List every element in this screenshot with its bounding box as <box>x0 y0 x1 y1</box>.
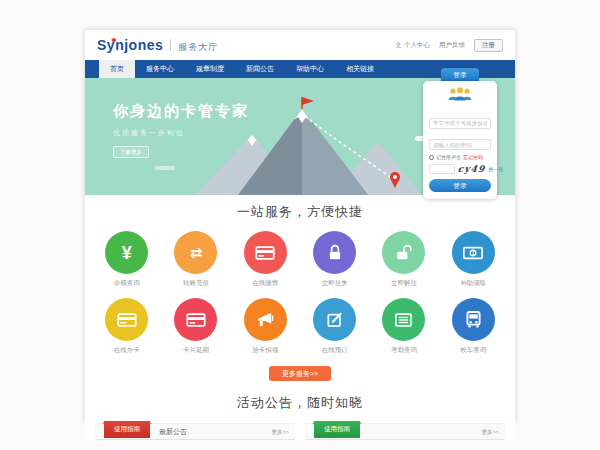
nav-item-5[interactable]: 相关链接 <box>335 60 385 78</box>
announcements-title: 活动公告，随时知晓 <box>85 394 515 412</box>
nav-item-1[interactable]: 服务中心 <box>135 60 185 78</box>
login-tab[interactable]: 登录 <box>441 68 479 81</box>
remember-checkbox[interactable] <box>429 155 434 160</box>
captcha-image: cy49 <box>457 164 486 174</box>
browser-page: Synjones 服务大厅 个人中心 用户反馈 注册 首页服务中心规章制度新闻公… <box>85 30 515 422</box>
services-section: 一站服务，方便快捷 ¥余额查询⇄转账充值在线缴费立即挂失立即解挂1补助领取在线办… <box>85 195 515 381</box>
nav-item-2[interactable]: 规章制度 <box>185 60 235 78</box>
megaphone-icon <box>244 298 287 341</box>
service-item-11[interactable]: 校车查询 <box>439 298 508 355</box>
site-subtitle: 服务大厅 <box>178 41 218 54</box>
site-logo[interactable]: Synjones 服务大厅 <box>97 37 218 54</box>
nav-item-0[interactable]: 首页 <box>99 60 135 78</box>
personal-center-link[interactable]: 个人中心 <box>395 41 430 50</box>
service-item-9[interactable]: 在线预订 <box>300 298 369 355</box>
services-title: 一站服务，方便快捷 <box>85 203 515 221</box>
service-label: 余额查询 <box>92 279 161 288</box>
login-options-row: 记住用户名 忘记密码 <box>429 154 491 160</box>
desktop-background: Synjones 服务大厅 个人中心 用户反馈 注册 首页服务中心规章制度新闻公… <box>0 0 600 450</box>
service-label: 考勤查询 <box>369 346 438 355</box>
announcement-panel-left: 使用指南 最新公告 更多>> <box>95 423 295 440</box>
login-form: 记住用户名 忘记密码 cy49 换一张 登录 <box>423 81 497 199</box>
service-label: 卡片延期 <box>161 346 230 355</box>
nav-item-3[interactable]: 新闻公告 <box>235 60 285 78</box>
header-account-links: 个人中心 用户反馈 注册 <box>395 39 503 52</box>
service-label: 立即解挂 <box>369 279 438 288</box>
announcement-panels: 使用指南 最新公告 更多>> 使用指南 更多>> <box>85 423 515 440</box>
list-icon <box>382 298 425 341</box>
lock-icon <box>313 231 356 274</box>
logo-text: Synjones <box>97 37 163 53</box>
card-icon <box>244 231 287 274</box>
person-icon <box>395 42 402 49</box>
service-item-10[interactable]: 考勤查询 <box>369 298 438 355</box>
service-item-1[interactable]: ⇄转账充值 <box>161 231 230 288</box>
service-label: 在线办卡 <box>92 346 161 355</box>
hero-cta-button[interactable]: 了解更多 <box>113 146 149 158</box>
bus-icon <box>452 298 495 341</box>
service-item-2[interactable]: 在线缴费 <box>231 231 300 288</box>
service-label: 补助领取 <box>439 279 508 288</box>
service-label: 在线缴费 <box>231 279 300 288</box>
card-icon <box>174 298 217 341</box>
remember-label: 记住用户名 <box>436 154 461 160</box>
services-grid: ¥余额查询⇄转账充值在线缴费立即挂失立即解挂1补助领取在线办卡卡片延期拾卡招领在… <box>92 231 508 355</box>
more-link-right[interactable]: 更多>> <box>482 424 499 440</box>
latest-news-tab[interactable]: 最新公告 <box>159 424 187 440</box>
service-label: 校车查询 <box>439 346 508 355</box>
login-id-input[interactable] <box>429 118 491 129</box>
captcha-row: cy49 换一张 <box>429 164 491 174</box>
service-label: 转账充值 <box>161 279 230 288</box>
nav-item-4[interactable]: 帮助中心 <box>285 60 335 78</box>
more-link-left[interactable]: 更多>> <box>272 424 289 440</box>
service-item-3[interactable]: 立即挂失 <box>300 231 369 288</box>
captcha-input[interactable] <box>429 164 455 174</box>
hero-title: 你身边的卡管专家 <box>113 102 249 121</box>
hero-copy: 你身边的卡管专家 优质服务一步到位 了解更多 <box>113 102 249 158</box>
usage-guide-ribbon-green[interactable]: 使用指南 <box>314 421 360 438</box>
hero-subtitle: 优质服务一步到位 <box>113 128 249 138</box>
login-panel: 登录 记住用户名 忘记密码 cy4 <box>423 68 497 199</box>
unlock-icon <box>382 231 425 274</box>
service-item-8[interactable]: 拾卡招领 <box>231 298 300 355</box>
transfer-icon: ⇄ <box>174 231 217 274</box>
service-item-6[interactable]: 在线办卡 <box>92 298 161 355</box>
service-item-4[interactable]: 立即解挂 <box>369 231 438 288</box>
service-label: 拾卡招领 <box>231 346 300 355</box>
more-services-button[interactable]: 更多服务>> <box>269 366 331 381</box>
user-feedback-link[interactable]: 用户反馈 <box>439 41 465 50</box>
cloud-shape <box>155 166 175 170</box>
svg-text:1: 1 <box>471 250 475 256</box>
login-password-input[interactable] <box>429 139 491 150</box>
card-icon <box>105 298 148 341</box>
service-label: 在线预订 <box>300 346 369 355</box>
service-item-5[interactable]: 1补助领取 <box>439 231 508 288</box>
users-icon <box>429 87 491 106</box>
usage-guide-ribbon-red[interactable]: 使用指南 <box>104 421 150 438</box>
site-header: Synjones 服务大厅 个人中心 用户反馈 注册 <box>85 30 515 60</box>
service-item-7[interactable]: 卡片延期 <box>161 298 230 355</box>
register-button[interactable]: 注册 <box>474 39 503 52</box>
banknote-icon: 1 <box>452 231 495 274</box>
announcements-section: 活动公告，随时知晓 使用指南 最新公告 更多>> 使用指南 更多>> <box>85 394 515 440</box>
announcement-panel-right: 使用指南 更多>> <box>305 423 505 440</box>
service-label: 立即挂失 <box>300 279 369 288</box>
forgot-password-link[interactable]: 忘记密码 <box>463 154 483 160</box>
captcha-refresh-link[interactable]: 换一张 <box>488 166 503 172</box>
logo-divider <box>170 39 171 51</box>
service-item-0[interactable]: ¥余额查询 <box>92 231 161 288</box>
edit-icon <box>313 298 356 341</box>
personal-center-label: 个人中心 <box>404 41 430 50</box>
login-submit-button[interactable]: 登录 <box>429 179 491 192</box>
yen-icon: ¥ <box>105 231 148 274</box>
